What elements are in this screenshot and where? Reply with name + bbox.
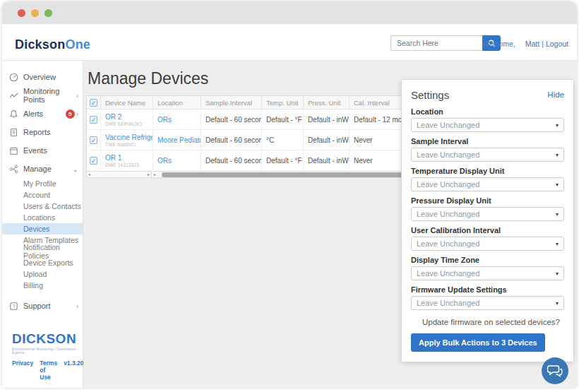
table-scrollbars: ◂ ▸ ◂ xyxy=(86,172,446,178)
device-name-link[interactable]: OR 2 xyxy=(105,113,153,121)
subitem-label: Billing xyxy=(23,281,43,290)
field-sample-interval: Sample Interval Leave Unchanged▾ xyxy=(411,137,564,162)
search-input[interactable] xyxy=(390,35,482,51)
field-user-calibration-interval: User Calibration Interval Leave Unchange… xyxy=(411,226,564,251)
caret-down-icon: ▾ xyxy=(556,152,559,158)
column-header-sample-interval: Sample Interval xyxy=(201,96,262,109)
select-value: Leave Unchanged xyxy=(417,121,479,129)
link-separator: | xyxy=(542,40,544,48)
device-serial: DWE SERIALNO xyxy=(105,121,153,126)
pressure-unit-select[interactable]: Leave Unchanged▾ xyxy=(411,207,564,221)
device-serial: TWE mattm01 xyxy=(105,142,153,147)
sidebar-subitem-billing[interactable]: Billing xyxy=(2,280,83,291)
row-checkbox[interactable]: ✓ xyxy=(90,157,97,165)
location-link[interactable]: Moore Pediatrics xyxy=(157,136,201,144)
sidebar-item-label: Manage xyxy=(23,165,52,173)
chevron-right-icon: › xyxy=(76,302,78,310)
field-label: Firmware Update Settings xyxy=(411,285,564,294)
subitem-label: My Profile xyxy=(23,179,56,188)
terms-link[interactable]: Terms of Use xyxy=(40,360,57,381)
privacy-link[interactable]: Privacy xyxy=(12,360,33,381)
settings-panel-title: Settings xyxy=(411,89,449,101)
apply-bulk-actions-button[interactable]: Apply Bulk Actions to 3 Devices xyxy=(411,333,545,352)
sidebar-item-events[interactable]: Events xyxy=(2,141,83,160)
chevron-right-icon: › xyxy=(76,110,78,118)
temperature-unit-select[interactable]: Leave Unchanged▾ xyxy=(411,177,564,191)
row-checkbox[interactable]: ✓ xyxy=(90,116,97,124)
location-link[interactable]: ORs xyxy=(157,116,201,124)
sidebar-item-overview[interactable]: Overview xyxy=(2,68,83,86)
temp-unit-value: Default - °F xyxy=(262,109,304,129)
field-firmware-update-settings: Firmware Update Settings Leave Unchanged… xyxy=(411,285,564,310)
welcome-text: Welcome, xyxy=(482,40,515,48)
sample-interval-value: Default - 60 seconds xyxy=(201,150,262,171)
caret-down-icon: ▾ xyxy=(556,122,559,129)
device-name-link[interactable]: OR 1 xyxy=(105,154,153,162)
sidebar-item-reports[interactable]: Reports xyxy=(2,123,83,141)
sidebar-subitem-devices[interactable]: Devices xyxy=(2,223,83,234)
firmware-update-select[interactable]: Leave Unchanged▾ xyxy=(411,296,564,310)
row-checkbox[interactable]: ✓ xyxy=(90,136,97,144)
field-label: Sample Interval xyxy=(411,137,564,145)
press-unit-value: Default - inWC xyxy=(304,150,350,171)
sidebar-item-label: Support xyxy=(23,302,51,310)
table-row: ✓ OR 1DWE 14113323 ORs Default - 60 seco… xyxy=(87,150,446,171)
caret-down-icon: ▾ xyxy=(556,211,559,218)
sidebar-item-manage[interactable]: Manage ⌄ xyxy=(2,160,83,178)
app-body: Overview Monitoring Points › Alerts 5 › … xyxy=(2,61,577,388)
sidebar-subitem-my-profile[interactable]: My Profile xyxy=(2,178,83,189)
hide-panel-link[interactable]: Hide xyxy=(547,90,564,99)
column-header-press-unit: Press. Unit xyxy=(304,96,350,109)
scroll-left-arrow[interactable]: ◂ xyxy=(153,172,155,177)
settings-panel: Settings Hide Location Leave Unchanged▾ … xyxy=(401,79,574,362)
sidebar-subitem-notification-policies[interactable]: Notification Policies xyxy=(2,246,83,257)
dicksonone-logo: DicksonOne xyxy=(15,37,90,52)
maximize-window-button[interactable] xyxy=(44,9,52,17)
select-value: Leave Unchanged xyxy=(417,150,479,159)
sidebar-subitem-device-exports[interactable]: Device Exports xyxy=(2,257,83,268)
temp-unit-value: °C xyxy=(262,130,304,150)
sidebar-item-support[interactable]: ? Support › xyxy=(2,297,83,315)
field-label: Display Time Zone xyxy=(411,256,564,264)
sidebar-item-monitoring-points[interactable]: Monitoring Points › xyxy=(2,86,83,105)
select-value: Leave Unchanged xyxy=(417,269,479,278)
logout-link[interactable]: Logout xyxy=(546,40,568,48)
sidebar-subitem-locations[interactable]: Locations xyxy=(2,212,83,223)
caret-down-icon: ▾ xyxy=(556,271,559,277)
sidebar-item-label: Overview xyxy=(23,73,56,81)
sidebar-subitem-upload[interactable]: Upload xyxy=(2,268,83,280)
close-window-button[interactable] xyxy=(18,9,25,17)
table-row: ✓ OR 2DWE SERIALNO ORs Default - 60 seco… xyxy=(87,109,446,130)
calibration-interval-select[interactable]: Leave Unchanged▾ xyxy=(411,237,564,251)
device-name-link[interactable]: Vaccine Refrigerator xyxy=(105,133,153,141)
user-links: Welcome,Matt|Logout xyxy=(482,40,568,48)
sample-interval-select[interactable]: Leave Unchanged▾ xyxy=(411,148,564,162)
logo-part1: Dickson xyxy=(15,37,65,52)
sidebar-item-label: Reports xyxy=(23,128,51,136)
field-display-time-zone: Display Time Zone Leave Unchanged▾ xyxy=(411,256,564,280)
time-zone-select[interactable]: Leave Unchanged▾ xyxy=(411,266,564,280)
sidebar-footer: DICKSON Environmental Monitoring • Compl… xyxy=(2,331,83,388)
subitem-label: Locations xyxy=(23,213,55,222)
app-window: DicksonOne Welcome,Matt|Logout Overview … xyxy=(2,1,577,388)
sidebar-item-alerts[interactable]: Alerts 5 › xyxy=(2,105,83,123)
user-name-link[interactable]: Matt xyxy=(525,40,539,48)
field-pressure-display-unit: Pressure Display Unit Leave Unchanged▾ xyxy=(411,196,564,221)
gauge-icon xyxy=(9,73,18,82)
location-select[interactable]: Leave Unchanged▾ xyxy=(411,118,564,132)
caret-down-icon: ▾ xyxy=(556,300,559,307)
dickson-logo: DICKSON xyxy=(12,331,83,347)
sidebar-subitem-users-contacts[interactable]: Users & Contacts xyxy=(2,201,83,212)
chat-button[interactable] xyxy=(542,357,568,384)
minimize-window-button[interactable] xyxy=(31,9,39,17)
select-all-checkbox[interactable]: ✓ xyxy=(90,99,97,107)
scroll-left-arrow[interactable]: ◂ xyxy=(88,172,90,177)
sidebar-subitem-account[interactable]: Account xyxy=(2,189,83,201)
temp-unit-value: Default - °F xyxy=(262,150,304,171)
app-header: DicksonOne Welcome,Matt|Logout xyxy=(2,24,577,61)
table-header-row: ✓ Device Name Location Sample Interval T… xyxy=(87,96,446,109)
scroll-right-arrow[interactable]: ▸ xyxy=(148,172,150,177)
field-label: Temperature Display Unit xyxy=(411,167,564,175)
field-label: Location xyxy=(411,107,564,116)
location-link[interactable]: ORs xyxy=(157,157,201,165)
